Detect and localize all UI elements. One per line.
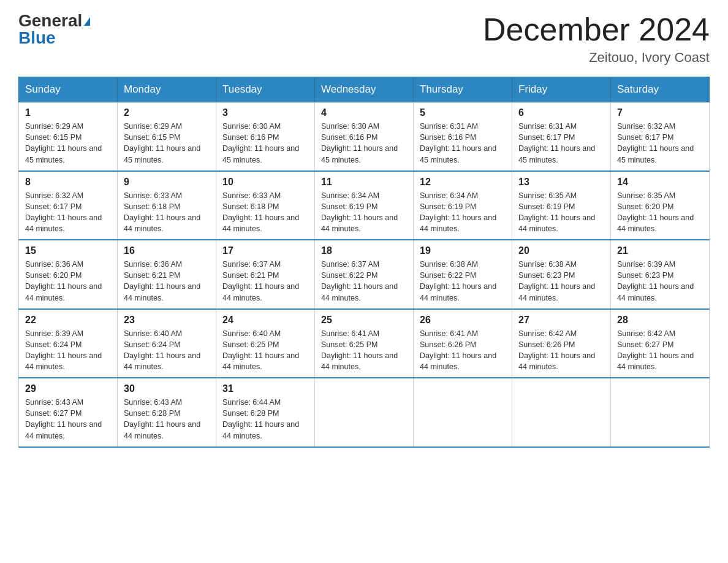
logo-general: General (18, 12, 90, 29)
calendar-cell: 10 Sunrise: 6:33 AM Sunset: 6:18 PM Dayl… (216, 171, 315, 240)
day-info: Sunrise: 6:37 AM Sunset: 6:21 PM Dayligh… (222, 259, 308, 304)
day-info: Sunrise: 6:32 AM Sunset: 6:17 PM Dayligh… (617, 121, 703, 166)
day-number: 12 (420, 177, 506, 188)
calendar-cell: 31 Sunrise: 6:44 AM Sunset: 6:28 PM Dayl… (216, 378, 315, 447)
day-info: Sunrise: 6:33 AM Sunset: 6:18 PM Dayligh… (124, 190, 210, 235)
header-friday: Friday (512, 77, 611, 102)
day-number: 8 (25, 177, 111, 188)
day-number: 21 (617, 245, 703, 256)
calendar-cell: 3 Sunrise: 6:30 AM Sunset: 6:16 PM Dayli… (216, 102, 315, 171)
day-number: 19 (420, 245, 506, 256)
calendar-week-row: 15 Sunrise: 6:36 AM Sunset: 6:20 PM Dayl… (19, 240, 710, 309)
header-sunday: Sunday (19, 77, 118, 102)
header-monday: Monday (118, 77, 216, 102)
calendar-week-row: 29 Sunrise: 6:43 AM Sunset: 6:27 PM Dayl… (19, 378, 710, 447)
day-info: Sunrise: 6:29 AM Sunset: 6:15 PM Dayligh… (124, 121, 210, 166)
calendar-cell: 24 Sunrise: 6:40 AM Sunset: 6:25 PM Dayl… (216, 309, 315, 378)
calendar-cell: 6 Sunrise: 6:31 AM Sunset: 6:17 PM Dayli… (512, 102, 611, 171)
day-info: Sunrise: 6:35 AM Sunset: 6:19 PM Dayligh… (518, 190, 604, 235)
day-number: 9 (124, 177, 210, 188)
calendar-header-row: SundayMondayTuesdayWednesdayThursdayFrid… (19, 77, 710, 102)
day-info: Sunrise: 6:29 AM Sunset: 6:15 PM Dayligh… (25, 121, 111, 166)
day-number: 13 (518, 177, 604, 188)
day-number: 26 (420, 315, 506, 326)
day-info: Sunrise: 6:44 AM Sunset: 6:28 PM Dayligh… (222, 397, 308, 442)
header-wednesday: Wednesday (315, 77, 414, 102)
logo-blue: Blue (18, 29, 56, 47)
calendar-cell: 7 Sunrise: 6:32 AM Sunset: 6:17 PM Dayli… (611, 102, 710, 171)
day-number: 30 (124, 383, 210, 394)
day-info: Sunrise: 6:30 AM Sunset: 6:16 PM Dayligh… (321, 121, 407, 166)
day-number: 28 (617, 315, 703, 326)
calendar-subtitle: Zeitouo, Ivory Coast (483, 50, 710, 66)
calendar-cell: 9 Sunrise: 6:33 AM Sunset: 6:18 PM Dayli… (118, 171, 216, 240)
header-thursday: Thursday (414, 77, 512, 102)
calendar-cell (315, 378, 414, 447)
day-number: 7 (617, 107, 703, 118)
calendar-cell: 28 Sunrise: 6:42 AM Sunset: 6:27 PM Dayl… (611, 309, 710, 378)
day-number: 3 (222, 107, 308, 118)
day-number: 17 (222, 245, 308, 256)
calendar-cell: 20 Sunrise: 6:38 AM Sunset: 6:23 PM Dayl… (512, 240, 611, 309)
calendar-cell: 21 Sunrise: 6:39 AM Sunset: 6:23 PM Dayl… (611, 240, 710, 309)
day-number: 14 (617, 177, 703, 188)
day-number: 31 (222, 383, 308, 394)
day-info: Sunrise: 6:31 AM Sunset: 6:17 PM Dayligh… (518, 121, 604, 166)
calendar-cell: 4 Sunrise: 6:30 AM Sunset: 6:16 PM Dayli… (315, 102, 414, 171)
day-info: Sunrise: 6:38 AM Sunset: 6:23 PM Dayligh… (518, 259, 604, 304)
day-number: 11 (321, 177, 407, 188)
day-number: 10 (222, 177, 308, 188)
calendar-cell: 14 Sunrise: 6:35 AM Sunset: 6:20 PM Dayl… (611, 171, 710, 240)
day-number: 27 (518, 315, 604, 326)
calendar-cell: 13 Sunrise: 6:35 AM Sunset: 6:19 PM Dayl… (512, 171, 611, 240)
day-info: Sunrise: 6:30 AM Sunset: 6:16 PM Dayligh… (222, 121, 308, 166)
title-block: December 2024 Zeitouo, Ivory Coast (483, 12, 710, 66)
day-info: Sunrise: 6:34 AM Sunset: 6:19 PM Dayligh… (321, 190, 407, 235)
day-number: 15 (25, 245, 111, 256)
day-number: 16 (124, 245, 210, 256)
calendar-cell: 15 Sunrise: 6:36 AM Sunset: 6:20 PM Dayl… (19, 240, 118, 309)
day-number: 6 (518, 107, 604, 118)
calendar-cell: 17 Sunrise: 6:37 AM Sunset: 6:21 PM Dayl… (216, 240, 315, 309)
day-info: Sunrise: 6:36 AM Sunset: 6:21 PM Dayligh… (124, 259, 210, 304)
day-info: Sunrise: 6:36 AM Sunset: 6:20 PM Dayligh… (25, 259, 111, 304)
day-info: Sunrise: 6:32 AM Sunset: 6:17 PM Dayligh… (25, 190, 111, 235)
day-info: Sunrise: 6:41 AM Sunset: 6:26 PM Dayligh… (420, 328, 506, 373)
calendar-cell: 5 Sunrise: 6:31 AM Sunset: 6:16 PM Dayli… (414, 102, 512, 171)
day-number: 5 (420, 107, 506, 118)
calendar-cell: 16 Sunrise: 6:36 AM Sunset: 6:21 PM Dayl… (118, 240, 216, 309)
logo: General Blue (18, 12, 90, 47)
calendar-title: December 2024 (483, 12, 710, 47)
calendar-cell: 26 Sunrise: 6:41 AM Sunset: 6:26 PM Dayl… (414, 309, 512, 378)
calendar-cell: 1 Sunrise: 6:29 AM Sunset: 6:15 PM Dayli… (19, 102, 118, 171)
calendar-cell (414, 378, 512, 447)
calendar-cell: 12 Sunrise: 6:34 AM Sunset: 6:19 PM Dayl… (414, 171, 512, 240)
day-info: Sunrise: 6:43 AM Sunset: 6:28 PM Dayligh… (124, 397, 210, 442)
day-number: 2 (124, 107, 210, 118)
calendar-week-row: 22 Sunrise: 6:39 AM Sunset: 6:24 PM Dayl… (19, 309, 710, 378)
day-info: Sunrise: 6:37 AM Sunset: 6:22 PM Dayligh… (321, 259, 407, 304)
calendar-cell (512, 378, 611, 447)
day-info: Sunrise: 6:42 AM Sunset: 6:27 PM Dayligh… (617, 328, 703, 373)
calendar-cell: 8 Sunrise: 6:32 AM Sunset: 6:17 PM Dayli… (19, 171, 118, 240)
day-info: Sunrise: 6:34 AM Sunset: 6:19 PM Dayligh… (420, 190, 506, 235)
calendar-cell: 19 Sunrise: 6:38 AM Sunset: 6:22 PM Dayl… (414, 240, 512, 309)
calendar-week-row: 8 Sunrise: 6:32 AM Sunset: 6:17 PM Dayli… (19, 171, 710, 240)
header-tuesday: Tuesday (216, 77, 315, 102)
day-info: Sunrise: 6:33 AM Sunset: 6:18 PM Dayligh… (222, 190, 308, 235)
day-info: Sunrise: 6:31 AM Sunset: 6:16 PM Dayligh… (420, 121, 506, 166)
day-info: Sunrise: 6:35 AM Sunset: 6:20 PM Dayligh… (617, 190, 703, 235)
day-number: 29 (25, 383, 111, 394)
calendar-cell: 23 Sunrise: 6:40 AM Sunset: 6:24 PM Dayl… (118, 309, 216, 378)
day-number: 4 (321, 107, 407, 118)
day-number: 18 (321, 245, 407, 256)
calendar-cell (611, 378, 710, 447)
calendar-cell: 18 Sunrise: 6:37 AM Sunset: 6:22 PM Dayl… (315, 240, 414, 309)
day-info: Sunrise: 6:38 AM Sunset: 6:22 PM Dayligh… (420, 259, 506, 304)
day-info: Sunrise: 6:42 AM Sunset: 6:26 PM Dayligh… (518, 328, 604, 373)
day-number: 23 (124, 315, 210, 326)
calendar-cell: 11 Sunrise: 6:34 AM Sunset: 6:19 PM Dayl… (315, 171, 414, 240)
day-number: 25 (321, 315, 407, 326)
day-number: 22 (25, 315, 111, 326)
day-info: Sunrise: 6:40 AM Sunset: 6:25 PM Dayligh… (222, 328, 308, 373)
